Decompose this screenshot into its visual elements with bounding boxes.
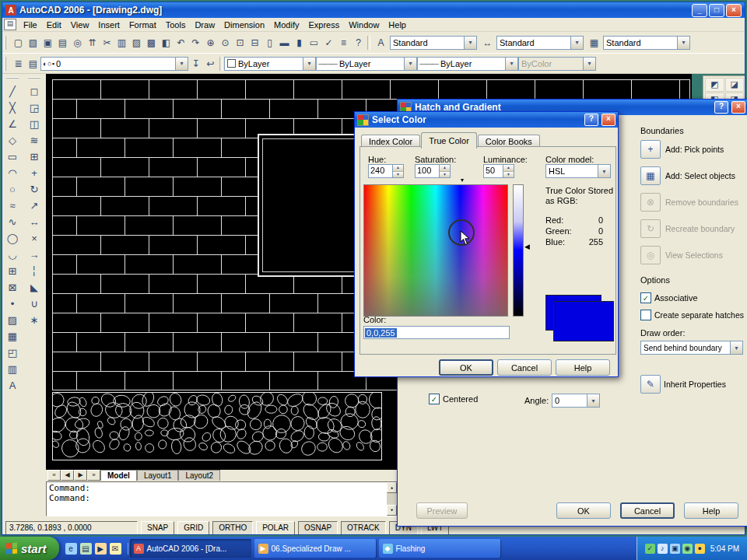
tab-layout2[interactable]: Layout2 (178, 470, 220, 481)
title-bar[interactable]: A AutoCAD 2006 - [Drawing2.dwg] _ □ × (2, 2, 745, 18)
associative-checkbox[interactable]: ✓ (640, 292, 651, 303)
hatch-ok-button[interactable]: OK (556, 502, 611, 519)
rotate-icon[interactable]: ↻ (26, 181, 44, 198)
menu-tools[interactable]: Tools (161, 19, 191, 30)
ellipse-icon[interactable]: ◯ (4, 230, 22, 247)
minimize-button[interactable]: _ (692, 4, 707, 17)
toggle-otrack[interactable]: OTRACK (341, 521, 386, 535)
menu-modify[interactable]: Modify (269, 19, 303, 30)
layer-combo[interactable]: ◐ ○ ▪ 0 ▾ (40, 57, 188, 71)
layer-properties-manager-icon[interactable]: ≣ (11, 56, 26, 71)
scroll-up-icon[interactable]: ▴ (387, 482, 397, 493)
spin-up-icon[interactable]: ▴ (393, 165, 403, 171)
hatch-help-button[interactable]: ? (714, 101, 728, 114)
create-separate-hatches-checkbox[interactable]: ✓ (640, 310, 651, 320)
select-color-help-icon[interactable]: ? (584, 114, 598, 126)
command-prompt[interactable]: Command: (49, 493, 386, 503)
dropdown-arrow-icon[interactable]: ▾ (505, 58, 517, 70)
paste-icon[interactable]: ▨ (129, 35, 144, 50)
cut-icon[interactable]: ✂ (100, 35, 114, 50)
show-desktop-icon[interactable]: ▤ (80, 543, 92, 555)
spin-up-icon[interactable]: ▴ (503, 165, 514, 171)
luminance-spinner[interactable]: 50 ▴▾ (483, 164, 514, 178)
make-block-icon[interactable]: ⊠ (4, 279, 22, 296)
remove-boundaries-icon[interactable]: ⊗ (640, 193, 661, 212)
add-pick-points-button[interactable]: + Add: Pick points (640, 140, 738, 159)
plot-icon[interactable]: ▤ (55, 35, 70, 50)
view-selections-button[interactable]: ◎ View Selections (640, 246, 738, 264)
draw-order-combo[interactable]: Send behind boundary ▾ (640, 341, 743, 355)
toolbar-grip[interactable] (28, 77, 40, 82)
spin-down-icon[interactable]: ▾ (393, 171, 403, 178)
select-objects-icon[interactable]: ▦ (640, 166, 661, 185)
menu-edit[interactable]: Edit (42, 19, 66, 30)
email-icon[interactable]: ✉ (110, 543, 121, 555)
task-autocad[interactable]: A AutoCAD 2006 - [Dra... (130, 539, 251, 558)
properties-icon[interactable]: ▯ (262, 35, 277, 50)
dim-style-combo[interactable]: Standard ▾ (496, 36, 584, 50)
drawing-file-icon[interactable]: ▤ (4, 19, 16, 30)
toolbar-grip[interactable] (5, 36, 9, 50)
volume-icon[interactable]: ♪ (658, 544, 668, 554)
add-select-objects-button[interactable]: ▦ Add: Select objects (640, 166, 738, 185)
toggle-polar[interactable]: POLAR (256, 521, 295, 535)
close-button[interactable]: × (726, 4, 742, 17)
centered-checkbox[interactable]: ✓ (429, 394, 440, 404)
pick-points-icon[interactable]: + (640, 140, 661, 159)
menu-insert[interactable]: Insert (93, 19, 124, 30)
spin-down-icon[interactable]: ▾ (503, 171, 514, 178)
markup-set-manager-icon[interactable]: ✓ (321, 35, 336, 50)
color-value-input[interactable]: 0,0,255 (363, 326, 510, 339)
tool-palettes-icon[interactable]: ▮ (292, 35, 307, 50)
layer-previous-icon[interactable]: ↩ (203, 56, 218, 71)
construction-line-icon[interactable]: ╳ (4, 100, 22, 116)
tab-true-color[interactable]: True Color (421, 132, 477, 149)
text-style-icon[interactable]: A (374, 35, 388, 50)
spline-icon[interactable]: ∿ (4, 214, 22, 230)
view-selections-icon[interactable]: ◎ (640, 246, 661, 264)
multiline-text-icon[interactable]: A (4, 377, 22, 394)
select-color-help-button[interactable]: Help (556, 359, 610, 376)
mirror-icon[interactable]: ◫ (26, 116, 44, 132)
hatch-cancel-button[interactable]: Cancel (620, 502, 675, 519)
draw-order-bring-to-front-icon[interactable]: ◩ (705, 78, 724, 92)
draw-order-send-to-back-icon[interactable]: ◪ (725, 78, 745, 92)
update-icon[interactable]: ● (695, 544, 705, 554)
select-color-close-icon[interactable]: × (601, 114, 615, 126)
chamfer-icon[interactable]: ◣ (26, 279, 44, 296)
toggle-snap[interactable]: SNAP (141, 521, 174, 535)
dropdown-arrow-icon[interactable]: ▾ (175, 58, 188, 70)
sheet-set-manager-icon[interactable]: ▭ (307, 35, 321, 50)
prev-layout-button[interactable]: ◀ (61, 470, 74, 481)
save-icon[interactable]: ▣ (40, 35, 55, 50)
match-properties-icon[interactable]: ▩ (144, 35, 159, 50)
angle-combo[interactable]: 0 ▾ (552, 394, 600, 408)
dropdown-arrow-icon[interactable]: ▾ (730, 341, 742, 354)
publish-icon[interactable]: ⇈ (85, 35, 100, 50)
menu-file[interactable]: File (19, 19, 42, 30)
offset-icon[interactable]: ≋ (26, 132, 44, 149)
spin-down-icon[interactable]: ▾ (440, 171, 450, 178)
help-icon[interactable]: ? (351, 35, 366, 50)
zoom-previous-icon[interactable]: ⊟ (247, 35, 262, 50)
next-layout-button[interactable]: ▶ (74, 470, 87, 481)
dropdown-arrow-icon[interactable]: ▾ (677, 37, 689, 49)
array-icon[interactable]: ⊞ (26, 149, 44, 165)
select-color-ok-button[interactable]: OK (439, 359, 493, 376)
dropdown-arrow-icon[interactable]: ▾ (570, 37, 583, 49)
copy-object-icon[interactable]: ◲ (26, 100, 44, 116)
explode-icon[interactable]: ∗ (26, 312, 44, 328)
menu-dimension[interactable]: Dimension (219, 19, 269, 30)
zoom-realtime-icon[interactable]: ⊙ (218, 35, 233, 50)
antivirus-icon[interactable]: ✓ (645, 544, 655, 554)
messenger-icon[interactable]: ◉ (682, 544, 693, 554)
rectangle-icon[interactable]: ▭ (4, 149, 22, 165)
ellipse-arc-icon[interactable]: ◡ (4, 247, 22, 263)
block-editor-icon[interactable]: ◧ (159, 35, 174, 50)
new-icon[interactable]: ▢ (11, 35, 26, 50)
luminance-slider[interactable] (513, 184, 524, 317)
command-window[interactable]: Command: Command: ▴ ▾ (46, 481, 398, 516)
region-icon[interactable]: ◰ (4, 345, 22, 361)
dropdown-arrow-icon[interactable]: ▾ (303, 58, 315, 70)
linetype-combo[interactable]: ——— ByLayer ▾ (316, 57, 417, 71)
